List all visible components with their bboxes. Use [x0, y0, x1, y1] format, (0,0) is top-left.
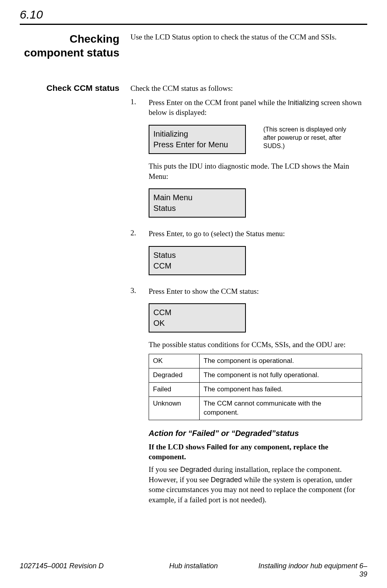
- section-rule: [20, 24, 367, 25]
- table-row: DegradedThe component is not fully opera…: [149, 368, 362, 383]
- lcd-screen-mainmenu: Main Menu Status: [149, 188, 246, 218]
- lcd-screen-ccm: CCM OK: [149, 303, 246, 333]
- status-key: Degraded: [149, 368, 200, 383]
- step-1: 1. Press Enter on the CCM front panel wh…: [130, 98, 367, 225]
- step-text: Press Enter on the CCM front panel while…: [149, 98, 367, 118]
- step-num: 2.: [130, 229, 149, 282]
- main-heading: Checking component status: [20, 32, 119, 60]
- step-num: 3.: [130, 286, 149, 505]
- lcd-note: (This screen is displayed only after pow…: [263, 125, 350, 150]
- table-row: FailedThe component has failed.: [149, 383, 362, 397]
- status-value: The component has failed.: [200, 383, 362, 397]
- step-after-text: This puts the IDU into diagnostic mode. …: [149, 161, 367, 181]
- step-text: Press Enter, to go to (select) the Statu…: [149, 229, 367, 239]
- intro-text: Use the LCD Status option to check the s…: [130, 32, 367, 42]
- footer-left: 1027145–0001 Revision D: [20, 562, 136, 579]
- table-row: OKThe component is operational.: [149, 354, 362, 368]
- sub-heading: Check CCM status: [20, 83, 119, 93]
- status-table: OKThe component is operational.DegradedT…: [149, 354, 362, 420]
- lcd-screen-initializing: Initializing Press Enter for Menu: [149, 125, 246, 154]
- footer-center: Hub installation: [136, 562, 251, 579]
- step-3: 3. Press Enter to show the CCM status: C…: [130, 286, 367, 505]
- status-value: The component is not fully operational.: [200, 368, 362, 383]
- lcd-screen-status: Status CCM: [149, 246, 246, 275]
- step-2: 2. Press Enter, to go to (select) the St…: [130, 229, 367, 282]
- action-heading: Action for “Failed” or “Degraded”status: [149, 428, 367, 439]
- action-failed: If the LCD shows Failed for any componen…: [149, 442, 367, 462]
- action-degraded: If you see Degraded during installation,…: [149, 464, 367, 505]
- status-value: The CCM cannot communicate with the comp…: [200, 396, 362, 420]
- status-key: Unknown: [149, 396, 200, 420]
- status-value: The component is operational.: [200, 354, 362, 368]
- footer-right: Installing indoor hub equipment 6–39: [251, 562, 367, 579]
- step-num: 1.: [130, 98, 149, 225]
- status-key: OK: [149, 354, 200, 368]
- table-row: UnknownThe CCM cannot communicate with t…: [149, 396, 362, 420]
- step-after-text: The possible status conditions for CCMs,…: [149, 340, 367, 350]
- status-key: Failed: [149, 383, 200, 397]
- step-text: Press Enter to show the CCM status:: [149, 286, 367, 297]
- page-footer: 1027145–0001 Revision D Hub installation…: [20, 562, 367, 579]
- section-number: 6.10: [20, 8, 367, 24]
- sub-intro: Check the CCM status as follows:: [130, 83, 367, 94]
